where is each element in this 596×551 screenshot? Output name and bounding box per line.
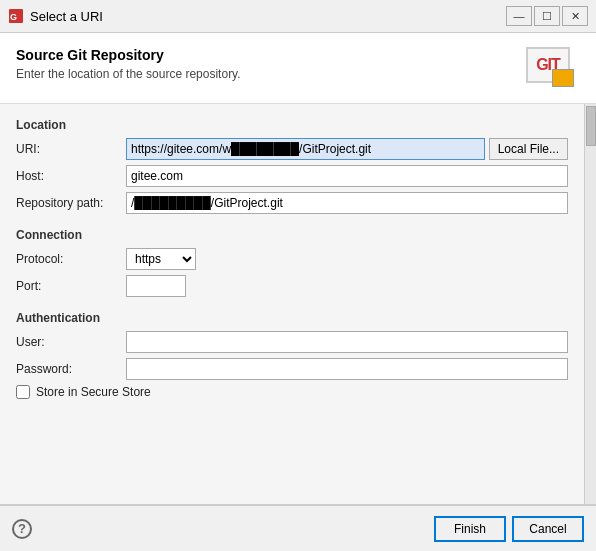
protocol-select[interactable]: https http ssh git [126, 248, 196, 270]
auth-section-title: Authentication [16, 307, 568, 325]
help-button[interactable]: ? [12, 519, 32, 539]
password-input[interactable] [126, 358, 568, 380]
port-label: Port: [16, 279, 126, 293]
uri-input[interactable] [126, 138, 485, 160]
store-secure-label[interactable]: Store in Secure Store [36, 385, 151, 399]
user-row: User: [16, 331, 568, 353]
uri-row: URI: Local File... [16, 138, 568, 160]
host-label: Host: [16, 169, 126, 183]
minimize-button[interactable]: — [506, 6, 532, 26]
local-file-button[interactable]: Local File... [489, 138, 568, 160]
scrollbar-thumb[interactable] [586, 106, 596, 146]
user-label: User: [16, 335, 126, 349]
bottom-buttons: Finish Cancel [434, 516, 584, 542]
authentication-section: Authentication User: Password: Store in … [16, 307, 568, 399]
title-bar: G Select a URI — ☐ ✕ [0, 0, 596, 33]
dialog-header: Source Git Repository Enter the location… [0, 33, 596, 104]
svg-text:G: G [10, 12, 17, 22]
scrollbar-track [584, 104, 596, 504]
connection-section-title: Connection [16, 224, 568, 242]
close-button[interactable]: ✕ [562, 6, 588, 26]
password-label: Password: [16, 362, 126, 376]
host-input[interactable] [126, 165, 568, 187]
repo-path-label: Repository path: [16, 196, 126, 210]
git-logo-text: GIT [526, 47, 570, 83]
form-area: Location URI: Local File... Host: Reposi… [0, 104, 584, 504]
window-icon: G [8, 8, 24, 24]
user-input[interactable] [126, 331, 568, 353]
dialog-content: Source Git Repository Enter the location… [0, 33, 596, 551]
bottom-bar: ? Finish Cancel [0, 505, 596, 551]
repo-path-row: Repository path: [16, 192, 568, 214]
repo-path-input[interactable] [126, 192, 568, 214]
connection-section: Connection Protocol: https http ssh git … [16, 224, 568, 297]
dialog-title: Source Git Repository [16, 47, 241, 63]
maximize-button[interactable]: ☐ [534, 6, 560, 26]
store-secure-checkbox[interactable] [16, 385, 30, 399]
window-title: Select a URI [30, 9, 506, 24]
uri-label: URI: [16, 142, 126, 156]
git-logo: GIT [526, 47, 580, 91]
cancel-button[interactable]: Cancel [512, 516, 584, 542]
password-row: Password: [16, 358, 568, 380]
main-area: Location URI: Local File... Host: Reposi… [0, 104, 596, 504]
port-input[interactable] [126, 275, 186, 297]
finish-button[interactable]: Finish [434, 516, 506, 542]
host-row: Host: [16, 165, 568, 187]
header-text: Source Git Repository Enter the location… [16, 47, 241, 81]
store-secure-row: Store in Secure Store [16, 385, 568, 399]
dialog-subtitle: Enter the location of the source reposit… [16, 67, 241, 81]
protocol-label: Protocol: [16, 252, 126, 266]
location-section: Location URI: Local File... Host: Reposi… [16, 114, 568, 214]
window-controls: — ☐ ✕ [506, 6, 588, 26]
location-section-title: Location [16, 114, 568, 132]
protocol-row: Protocol: https http ssh git [16, 248, 568, 270]
port-row: Port: [16, 275, 568, 297]
